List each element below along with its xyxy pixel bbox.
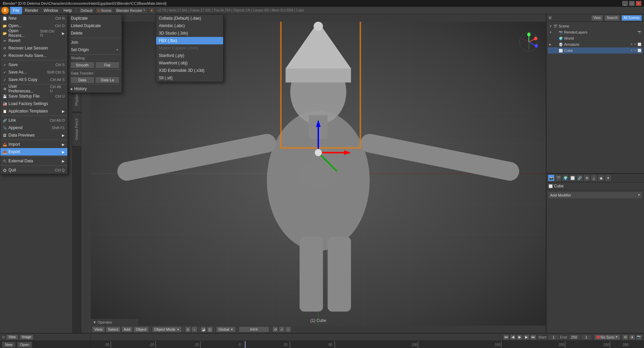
- props-tab-particles[interactable]: ✦: [605, 175, 611, 181]
- menu-recover-auto[interactable]: ⟳ Recover Auto Save...: [0, 52, 67, 59]
- menu-load-factory[interactable]: 🏭 Load Factory Settings: [0, 100, 67, 107]
- menu-revert[interactable]: ↩ Revert: [0, 37, 67, 44]
- workspace-selector[interactable]: Default: [79, 7, 94, 14]
- start-frame-field[interactable]: 1: [548, 334, 559, 340]
- ctx-delete[interactable]: Delete: [68, 29, 122, 37]
- timeline-bar[interactable]: -50 -40 -30 -20 -10 0 10 50 100 150 200 …: [0, 341, 644, 348]
- object-button[interactable]: Object: [133, 326, 149, 332]
- props-tab-constraint[interactable]: 🔗: [576, 175, 583, 181]
- menu-new[interactable]: 📄 New Ctrl N: [0, 15, 67, 22]
- menu-export[interactable]: 📤 Export ▶: [0, 148, 67, 156]
- render-icon-2[interactable]: ◫: [207, 326, 213, 332]
- ctx-duplicate[interactable]: Duplicate: [68, 15, 122, 22]
- menu-quit[interactable]: ⏻ Quit Ctrl Q: [0, 166, 67, 174]
- add-modifier-button[interactable]: Add Modifier ▼: [548, 191, 643, 199]
- menu-item-file[interactable]: File: [10, 7, 22, 14]
- export-collada[interactable]: Collada (Default) (.dae): [156, 15, 223, 22]
- tl-icon-3[interactable]: 📷: [636, 334, 642, 340]
- tree-cube[interactable]: ⬜ Cube 👁 🖱 ⬜: [548, 47, 643, 54]
- global-selector[interactable]: Global ▼: [216, 326, 236, 332]
- view-button[interactable]: View: [92, 326, 105, 332]
- tl-icon-1[interactable]: ⊙: [622, 334, 628, 340]
- scene-selector[interactable]: ◎ Scene: [95, 7, 113, 14]
- data-buttons-group: Data Data La: [70, 77, 120, 83]
- tree-scene[interactable]: ▼ 🎬 Scene: [548, 23, 643, 29]
- export-fbx[interactable]: FBX (.fbx): [156, 37, 223, 44]
- menu-item-render[interactable]: Render: [22, 7, 41, 14]
- version-icon[interactable]: ●: [149, 7, 155, 14]
- no-sync-label: No Sync: [601, 335, 615, 339]
- extra-icon-3[interactable]: ↕: [285, 326, 291, 332]
- play-anim-btn[interactable]: ▶: [517, 334, 523, 340]
- extra-icon-2[interactable]: ⤢: [279, 326, 285, 332]
- menu-item-help[interactable]: Help: [61, 7, 74, 14]
- menu-import[interactable]: 📥 Import ▶: [0, 141, 67, 148]
- go-start-btn[interactable]: ⏮: [503, 334, 509, 340]
- props-tab-render[interactable]: 📷: [548, 175, 555, 181]
- menu-data-previews[interactable]: 🖼 Data Previews ▶: [0, 131, 67, 139]
- ctx-set-origin[interactable]: Set Origin ▼: [68, 46, 122, 54]
- sync-dropdown[interactable]: No Sync ▼: [594, 334, 621, 340]
- add-button[interactable]: Add: [121, 326, 133, 332]
- image-btn[interactable]: Image: [20, 334, 34, 340]
- menu-save-startup[interactable]: 💾 Save Startup File Ctrl U: [0, 93, 67, 100]
- menu-app-templates[interactable]: 📋 Application Templates ▶: [0, 107, 67, 115]
- export-obj[interactable]: Wavefront (.obj): [156, 59, 223, 67]
- ctx-history[interactable]: ▶ History: [68, 85, 122, 93]
- data-la-button[interactable]: Data La: [95, 77, 120, 83]
- prev-frame-btn[interactable]: ◀: [510, 334, 516, 340]
- menu-save-as[interactable]: ✓ Save As... Shift Ctrl S: [0, 68, 67, 76]
- viewport-icon-2[interactable]: ○: [191, 326, 197, 332]
- menu-item-window[interactable]: Window: [41, 7, 61, 14]
- props-tab-world[interactable]: 🌍: [562, 175, 569, 181]
- ctx-join[interactable]: Join: [68, 39, 122, 46]
- view-tab-outliner[interactable]: View: [591, 15, 603, 21]
- props-tab-material[interactable]: ◉: [598, 175, 604, 181]
- render-icon-1[interactable]: ◪: [200, 326, 207, 332]
- menu-save[interactable]: ✓ Save Ctrl S: [0, 61, 67, 68]
- end-frame-field[interactable]: 250: [568, 334, 580, 340]
- transform-grid-btn[interactable]: ⊞⊞⊞: [239, 326, 269, 332]
- export-alembic[interactable]: Alembic (.abc): [156, 22, 223, 29]
- go-end-btn[interactable]: ⏭: [530, 334, 536, 340]
- all-scenes-tab[interactable]: All Scenes: [621, 15, 642, 21]
- viewport-icon-1[interactable]: ⊙: [185, 326, 191, 332]
- export-x3d[interactable]: X3D Extensible 3D (.x3d): [156, 67, 223, 74]
- smooth-button[interactable]: Smooth: [70, 62, 94, 68]
- image-view-btn[interactable]: View: [6, 334, 18, 340]
- next-frame-btn[interactable]: ▶: [523, 334, 530, 340]
- minimize-button[interactable]: _: [622, 1, 628, 6]
- tree-armature[interactable]: ▶ 💀 Armature 👁 🖱 ⬜: [548, 41, 643, 47]
- menu-recover-last[interactable]: ⟳ Recover Last Session: [0, 44, 67, 52]
- menu-external-data[interactable]: 🔌 External Data ▶: [0, 157, 67, 165]
- menu-save-copy[interactable]: ✓ Save Alt 5 Copy Ctrl Alt S: [0, 76, 67, 83]
- export-3ds[interactable]: 3D Studio (.3ds): [156, 29, 223, 37]
- current-frame-field[interactable]: 1: [581, 334, 592, 340]
- menu-append[interactable]: 📎 Append Shift F1: [0, 124, 67, 131]
- renderer-selector[interactable]: Blender Render ▼: [114, 7, 147, 14]
- extra-icon-1[interactable]: ⟲: [272, 326, 278, 332]
- mode-selector[interactable]: Object Mode ▼: [152, 326, 182, 332]
- props-tab-data[interactable]: △: [591, 175, 597, 181]
- data-button[interactable]: Data: [70, 77, 94, 83]
- ctx-linked-duplicate[interactable]: Linked Duplicate: [68, 22, 122, 29]
- props-tab-object[interactable]: ⬜: [569, 175, 576, 181]
- search-tab-outliner[interactable]: Search: [604, 15, 620, 21]
- props-tab-scene[interactable]: 🎬: [555, 175, 562, 181]
- export-ply[interactable]: Stanford (.ply): [156, 52, 223, 59]
- menu-user-prefs[interactable]: ⚙ User Preferences... Ctrl Alt U: [0, 85, 67, 93]
- tree-world[interactable]: 🌍 World: [548, 35, 643, 41]
- select-button[interactable]: Select: [106, 326, 121, 332]
- new-image-btn[interactable]: New: [2, 342, 16, 348]
- tab-grease-pencil[interactable]: Grease Pencil: [72, 112, 81, 146]
- export-stl[interactable]: Stl (.stl): [156, 74, 223, 82]
- maximize-button[interactable]: □: [629, 1, 635, 6]
- flat-button[interactable]: Flat: [95, 62, 120, 68]
- tl-icon-2[interactable]: ♦: [629, 334, 635, 340]
- menu-link[interactable]: 🔗 Link Ctrl Alt O: [0, 117, 67, 124]
- props-tab-modifier[interactable]: ⚙: [583, 175, 590, 181]
- tree-renderlayers[interactable]: ▼ 📷 RenderLayers 📷: [548, 29, 643, 35]
- close-button[interactable]: ×: [636, 1, 641, 6]
- open-image-btn[interactable]: Open: [17, 342, 32, 348]
- menu-open-recent[interactable]: 📂 Open Recent... Shift Ctrl O ▶: [0, 29, 67, 37]
